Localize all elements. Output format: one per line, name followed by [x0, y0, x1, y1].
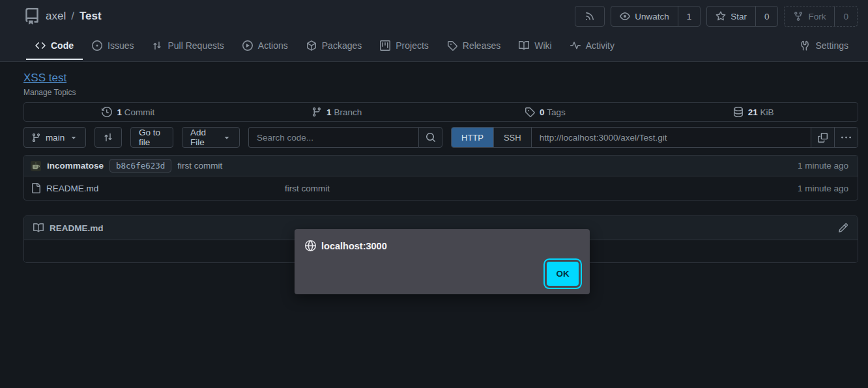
- tab-releases[interactable]: Releases: [438, 33, 510, 60]
- go-to-file-button[interactable]: Go to file: [130, 127, 173, 148]
- watchers-count[interactable]: 1: [678, 7, 701, 26]
- repo-book-icon: [23, 8, 40, 25]
- clone-url-group: HTTP SSH: [451, 127, 858, 148]
- file-icon: [31, 183, 41, 193]
- code-search-input[interactable]: [248, 127, 418, 148]
- star-button[interactable]: Star: [707, 7, 755, 26]
- tab-settings-label: Settings: [815, 40, 848, 51]
- edit-readme-button[interactable]: [838, 223, 848, 233]
- play-circle-icon: [242, 40, 253, 51]
- tab-pull-requests-label: Pull Requests: [167, 40, 224, 51]
- tab-code[interactable]: Code: [26, 33, 83, 60]
- repo-name-link[interactable]: Test: [80, 10, 102, 23]
- unwatch-button[interactable]: Unwatch: [611, 7, 678, 26]
- repo-size-stat[interactable]: 21 KiB: [649, 107, 858, 117]
- branch-count: 1: [326, 107, 332, 117]
- http-protocol-button[interactable]: HTTP: [452, 128, 494, 147]
- alert-dialog-header: localhost:3000: [295, 229, 590, 251]
- gitea-repo-page: axel / Test Unwatch 1: [0, 0, 868, 388]
- code-search-button[interactable]: [418, 127, 442, 148]
- tab-activity-label: Activity: [586, 40, 615, 51]
- git-compare-icon: [103, 132, 113, 143]
- commit-count: 1: [117, 107, 122, 117]
- tab-wiki-label: Wiki: [534, 40, 551, 51]
- tab-pull-requests[interactable]: Pull Requests: [143, 33, 233, 60]
- alert-ok-button[interactable]: OK: [547, 262, 579, 286]
- kebab-horizontal-icon: [841, 133, 851, 143]
- package-icon: [306, 40, 317, 51]
- tags-stat[interactable]: 0 Tags: [441, 107, 650, 117]
- forks-count[interactable]: 0: [834, 7, 857, 26]
- repo-title-separator: /: [71, 10, 74, 23]
- tab-projects[interactable]: Projects: [371, 33, 438, 60]
- commit-hash-badge[interactable]: b8c6fe623d: [109, 159, 171, 173]
- search-icon: [426, 132, 436, 143]
- fork-button[interactable]: Fork: [785, 7, 834, 26]
- database-icon: [733, 107, 744, 117]
- tag-icon: [525, 107, 535, 117]
- code-search-group: [248, 127, 442, 148]
- globe-icon: [305, 240, 316, 251]
- tab-settings[interactable]: Settings: [790, 33, 858, 60]
- add-file-button[interactable]: Add File: [182, 127, 240, 148]
- stars-count[interactable]: 0: [755, 7, 778, 26]
- tab-issues-label: Issues: [108, 40, 134, 51]
- commit-author-name[interactable]: incommatose: [47, 161, 104, 171]
- tag-count-label: Tags: [547, 107, 566, 117]
- unwatch-label: Unwatch: [635, 12, 669, 21]
- file-row: README.md first commit 1 minute ago: [24, 176, 858, 200]
- file-list: incommatose b8c6fe623d first commit 1 mi…: [23, 155, 858, 201]
- book-icon: [33, 223, 44, 233]
- repo-stats-bar: 1 Commit 1 Branch 0 Tags 21 KiB: [23, 102, 858, 122]
- file-commit-message-link[interactable]: first commit: [285, 184, 330, 193]
- file-link[interactable]: README.md: [31, 183, 285, 193]
- compare-button[interactable]: [94, 127, 122, 148]
- tab-activity[interactable]: Activity: [561, 33, 624, 60]
- code-icon: [35, 40, 46, 51]
- repo-tab-bar: Code Issues Pull Requests Actions Packag…: [0, 33, 868, 62]
- clone-url-input[interactable]: [532, 128, 811, 147]
- git-branch-icon: [311, 107, 322, 117]
- tab-releases-label: Releases: [463, 40, 500, 51]
- tab-packages-label: Packages: [322, 40, 362, 51]
- repo-title: axel / Test: [23, 8, 102, 25]
- tab-projects-label: Projects: [396, 40, 429, 51]
- tools-icon: [800, 40, 810, 51]
- commits-stat[interactable]: 1 Commit: [24, 107, 233, 117]
- star-icon: [716, 11, 726, 21]
- fork-icon: [793, 11, 803, 21]
- rss-icon: [585, 11, 595, 21]
- commit-author-avatar[interactable]: [31, 161, 41, 171]
- tab-actions[interactable]: Actions: [233, 33, 297, 60]
- branch-name: main: [46, 133, 65, 143]
- manage-topics-link[interactable]: Manage Topics: [23, 88, 858, 97]
- star-button-group: Star 0: [706, 6, 778, 27]
- star-label: Star: [731, 12, 747, 21]
- repo-owner-link[interactable]: axel: [46, 10, 66, 23]
- commit-message[interactable]: first commit: [177, 161, 222, 171]
- more-options-button[interactable]: [834, 128, 858, 147]
- repo-description-link[interactable]: XSS test: [23, 72, 66, 85]
- pulse-icon: [570, 40, 581, 51]
- ssh-protocol-button[interactable]: SSH: [494, 128, 532, 147]
- file-name: README.md: [46, 184, 98, 193]
- rss-button[interactable]: [575, 6, 605, 27]
- repo-size-unit: KiB: [760, 107, 774, 117]
- branch-selector[interactable]: main: [23, 127, 86, 148]
- readme-title: README.md: [50, 223, 104, 233]
- issue-opened-icon: [92, 40, 102, 51]
- repo-header: axel / Test Unwatch 1: [0, 0, 868, 33]
- repo-size-value: 21: [748, 107, 758, 117]
- tag-count: 0: [540, 107, 545, 117]
- fork-label: Fork: [808, 12, 826, 21]
- file-commit-time: 1 minute ago: [798, 184, 851, 193]
- tab-wiki[interactable]: Wiki: [510, 33, 560, 60]
- book-icon: [519, 40, 529, 51]
- branches-stat[interactable]: 1 Branch: [233, 107, 441, 117]
- eye-icon: [620, 11, 630, 21]
- git-branch-icon: [31, 133, 41, 143]
- tab-packages[interactable]: Packages: [297, 33, 371, 60]
- copy-url-button[interactable]: [811, 128, 834, 147]
- history-icon: [102, 107, 112, 117]
- tab-issues[interactable]: Issues: [83, 33, 143, 60]
